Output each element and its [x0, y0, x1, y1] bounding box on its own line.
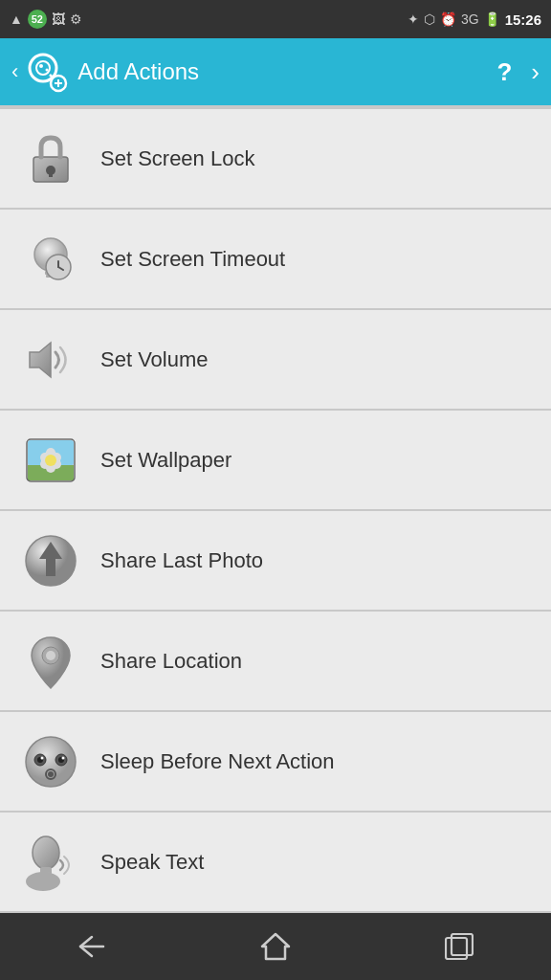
list-item-set-wallpaper[interactable]: Set Wallpaper: [0, 411, 551, 511]
svg-point-44: [33, 836, 59, 869]
location-icon: [19, 630, 81, 692]
svg-marker-17: [30, 343, 51, 377]
alarm-icon: ⏰: [440, 11, 456, 27]
settings-icon: ⚙: [70, 11, 82, 27]
sleep-icon: [19, 730, 81, 792]
next-button[interactable]: ›: [531, 57, 540, 87]
list-item-set-screen-timeout[interactable]: Set Screen Timeout: [0, 210, 551, 310]
nav-home-button[interactable]: [237, 923, 314, 970]
notification-badge: 52: [28, 10, 47, 29]
speak-text-label: Speak Text: [100, 850, 204, 875]
share-last-photo-label: Share Last Photo: [100, 548, 263, 573]
image-icon: 🖼: [52, 11, 65, 27]
list-item-sleep-before-next-action[interactable]: Sleep Before Next Action: [0, 712, 551, 813]
clock: 15:26: [505, 11, 541, 28]
svg-point-2: [39, 64, 43, 68]
list-item-set-screen-lock[interactable]: Set Screen Lock: [0, 109, 551, 210]
action-list: Set Screen Lock: [0, 109, 551, 913]
lock-icon: [19, 127, 81, 189]
sleep-before-next-action-label: Sleep Before Next Action: [100, 749, 335, 774]
svg-point-29: [45, 455, 56, 466]
nav-bar: [0, 913, 551, 980]
nav-back-button[interactable]: [54, 923, 130, 970]
list-item-share-last-photo[interactable]: Share Last Photo: [0, 511, 551, 612]
status-bar: ▲ 52 🖼 ⚙ ✦ ⬡ ⏰ 3G 🔋 15:26: [0, 0, 551, 38]
bluetooth-icon: ✦: [408, 11, 419, 27]
wallpaper-icon: [19, 429, 81, 491]
list-item-share-location[interactable]: Share Location: [0, 612, 551, 712]
nav-recents-button[interactable]: [421, 923, 497, 970]
app-header: ‹ Add Actions ? ›: [0, 38, 551, 105]
signal-icon: ▲: [10, 11, 23, 27]
signal-bars-icon: 3G: [461, 11, 479, 27]
page-title: Add Actions: [77, 58, 496, 85]
volume-icon: [19, 328, 81, 390]
svg-marker-48: [262, 934, 289, 959]
speak-text-icon: [19, 831, 81, 893]
back-button[interactable]: ‹: [11, 59, 18, 84]
svg-point-41: [61, 756, 64, 759]
svg-rect-10: [49, 171, 53, 177]
timeout-icon: [19, 228, 81, 290]
svg-point-34: [46, 651, 55, 660]
list-item-set-volume[interactable]: Set Volume: [0, 310, 551, 411]
status-right-icons: ✦ ⬡ ⏰ 3G 🔋 15:26: [408, 11, 541, 28]
share-location-label: Share Location: [100, 649, 242, 674]
set-screen-lock-label: Set Screen Lock: [100, 146, 254, 171]
svg-line-5: [50, 75, 53, 78]
help-button[interactable]: ?: [496, 57, 512, 87]
set-wallpaper-label: Set Wallpaper: [100, 448, 231, 473]
svg-point-3: [46, 69, 49, 72]
svg-point-1: [36, 61, 50, 75]
set-volume-label: Set Volume: [100, 347, 209, 372]
app-logo-icon: [26, 51, 68, 93]
battery-icon: 🔋: [484, 11, 500, 27]
list-item-speak-text[interactable]: Speak Text: [0, 813, 551, 913]
shield-icon: ⬡: [424, 11, 435, 27]
share-photo-icon: [19, 529, 81, 591]
svg-point-43: [48, 771, 54, 777]
status-left-icons: ▲ 52 🖼 ⚙: [10, 10, 82, 29]
svg-point-40: [40, 756, 43, 759]
set-screen-timeout-label: Set Screen Timeout: [100, 247, 285, 272]
svg-point-46: [26, 872, 60, 891]
